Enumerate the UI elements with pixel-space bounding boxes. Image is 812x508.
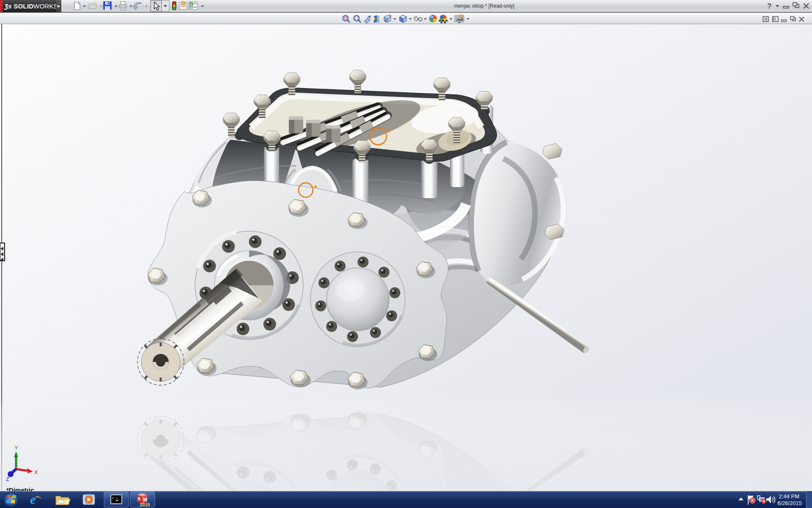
svg-text:2:44 PM: 2:44 PM bbox=[779, 493, 799, 500]
svg-text:W: W bbox=[143, 497, 148, 502]
svg-text:Y: Y bbox=[14, 444, 18, 451]
svg-text:C:\: C:\ bbox=[112, 496, 118, 500]
svg-text:2015: 2015 bbox=[140, 502, 150, 507]
svg-text:6/26/2015: 6/26/2015 bbox=[777, 500, 802, 506]
svg-text:e: e bbox=[30, 492, 36, 506]
svg-text:S: S bbox=[137, 496, 140, 501]
svg-text:Z: Z bbox=[6, 476, 9, 482]
svg-text:?: ? bbox=[767, 2, 771, 10]
svg-text:X: X bbox=[34, 469, 38, 475]
svg-text:*Dimetric: *Dimetric bbox=[6, 486, 34, 491]
